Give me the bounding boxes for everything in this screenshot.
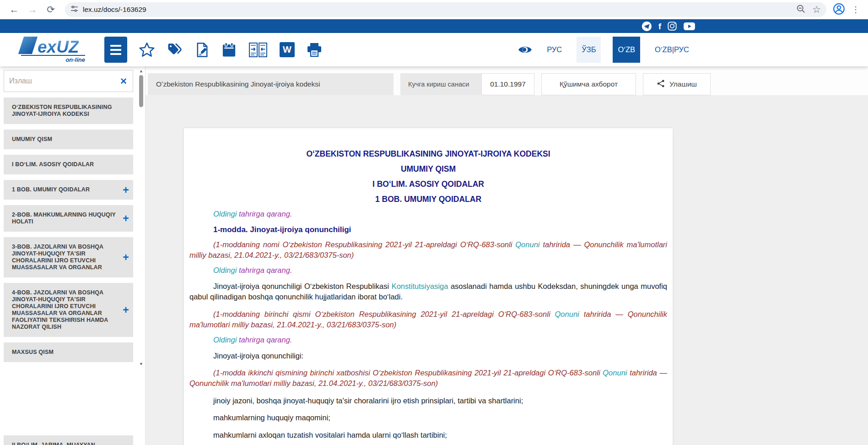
url-text[interactable]: lex.uz/docs/-163629 (83, 5, 792, 14)
text-run: mahkumlarning huquqiy maqomini; (213, 413, 330, 422)
contents-menu-button[interactable] (104, 37, 127, 63)
sidebar-item[interactable]: I BOʻLIM. ASOSIY QOIDALAR (4, 155, 133, 174)
sidebar-item[interactable]: 4-BOB. JAZOLARNI VA BOSHQA JINOYAT-HUQUQ… (4, 283, 133, 337)
sidebar-item-label: 3-BOB. JAZOLARNI VA BOSHQA JINOYAT-HUQUQ… (12, 244, 103, 271)
doc-see: Oldingi tahrirga qarang. (189, 336, 667, 344)
doc-para: mahkumlarni axloqan tuzatish vositalari … (189, 430, 667, 440)
youtube-icon[interactable] (683, 22, 695, 31)
doc-note: (1-moddaning nomi Oʻzbekiston Respublika… (189, 239, 667, 261)
expand-icon[interactable]: + (123, 307, 129, 314)
sidebar-item-label: 2-BOB. MAHKUMLARNING HUQUQIY HOLATI (12, 212, 116, 225)
site-info-icon[interactable] (70, 5, 78, 15)
bookmark-star-icon[interactable]: ☆ (812, 4, 821, 15)
doc-article: 1-modda. Jinoyat-ijroiya qonunchiligi (189, 225, 667, 234)
browser-menu-icon[interactable]: ⋮ (852, 5, 860, 15)
sidebar-item[interactable]: OʻZBEKISTON RESPUBLIKASINING JINOYAT-IJR… (4, 98, 133, 124)
edit-document-icon[interactable] (195, 42, 210, 58)
extra-info-button[interactable]: Қўшимча ахборот (541, 73, 636, 95)
logo-mark (18, 37, 38, 54)
forward-icon[interactable]: → (25, 2, 40, 17)
view-mode-eye-icon[interactable] (518, 45, 532, 54)
logo-text: exUZ (38, 40, 79, 54)
sidebar-item[interactable]: MAXSUS QISM (4, 342, 133, 362)
effective-date-label: Кучга кириш санаси (400, 73, 481, 95)
lang-rus[interactable]: РУС (544, 37, 565, 63)
doc-see: Oldingi tahrirga qarang. (189, 210, 667, 218)
tags-icon[interactable] (167, 42, 183, 58)
text-run: Oldingi (213, 336, 239, 344)
search-clear-icon[interactable]: ✕ (114, 76, 133, 87)
doc-heading: UMUMIY QISM (189, 164, 667, 174)
sidebar-search[interactable]: ✕ (4, 70, 133, 92)
scroll-down-icon[interactable]: ▼ (138, 361, 145, 367)
sidebar-item-label: II BOʻLIM. JARIMA, MUAYYAN (12, 442, 95, 445)
text-run: (1-moddaning nomi Oʻzbekiston Respublika… (213, 240, 515, 249)
doc-link[interactable]: Qonuni (555, 310, 579, 318)
calendar-icon[interactable] (221, 42, 237, 58)
sidebar-item-label: 1 BOB. UMUMIY QOIDALAR (12, 186, 90, 193)
browser-chrome: ← → ⟳ lex.uz/docs/-163629 ☆ ⋮ (0, 0, 868, 19)
document-title: Oʻzbekiston Respublikasining Jinoyat-ijr… (156, 80, 320, 88)
search-input[interactable] (4, 77, 114, 85)
scrollbar-thumb[interactable] (139, 75, 143, 107)
lexuz-logo[interactable]: exUZ on-line (21, 37, 90, 63)
doc-para: jinoiy jazoni, boshqa jinoyat-huquqiy ta… (189, 396, 667, 406)
profile-avatar-icon[interactable] (833, 3, 845, 17)
text-run: mahkumlarni axloqan tuzatish vositalari … (213, 431, 447, 439)
sidebar-item[interactable]: 3-BOB. JAZOLARNI VA BOSHQA JINOYAT-HUQUQ… (4, 237, 133, 277)
site-toolbar: exUZ on-line (0, 33, 868, 66)
text-run: UMUMIY QISM (401, 164, 456, 174)
scroll-up-icon[interactable]: ▲ (138, 68, 145, 74)
lang-uzb-latin-active[interactable]: OʻZB (613, 37, 640, 63)
instagram-icon[interactable] (667, 21, 677, 31)
telegram-icon[interactable] (641, 21, 652, 32)
text-run: (1-moddaning birinchi qismi Oʻzbekiston … (213, 310, 555, 318)
doc-note: (1-modda ikkinchi qismining birinchi xat… (189, 368, 667, 389)
sidebar-item-label: 4-BOB. JAZOLARNI VA BOSHQA JINOYAT-HUQUQ… (12, 289, 108, 330)
lang-uzb-cyrillic[interactable]: ЎЗБ (577, 37, 601, 63)
sidebar-item-label: OʻZBEKISTON RESPUBLIKASINING JINOYAT-IJR… (12, 104, 112, 117)
effective-date-value: 01.10.1997 (481, 73, 534, 95)
expand-icon[interactable]: + (123, 186, 129, 193)
share-label: Улашиш (669, 80, 697, 88)
doc-link[interactable]: Qonuni (515, 240, 539, 249)
text-run: Oldingi (213, 266, 239, 274)
extra-info-label: Қўшимча ахборот (560, 80, 618, 88)
text-run: Jinoyat-ijroiya qonunchiligi Oʻzbekiston… (213, 282, 392, 290)
main-content: Oʻzbekiston Respublikasining Jinoyat-ijr… (146, 66, 868, 445)
text-run: tahrirga qarang. (239, 336, 292, 344)
doc-link[interactable]: Qonuni (603, 369, 627, 377)
doc-heading: I BOʻLIM. ASOSIY QOIDALAR (189, 179, 667, 189)
sidebar-item[interactable]: 2-BOB. MAHKUMLARNING HUQUQIY HOLATI+ (4, 205, 133, 232)
print-icon[interactable] (306, 42, 323, 58)
back-icon[interactable]: ← (6, 2, 22, 17)
social-bar: f (0, 19, 868, 33)
sidebar-item[interactable]: II BOʻLIM. JARIMA, MUAYYAN (4, 435, 133, 445)
url-bar[interactable]: lex.uz/docs/-163629 ☆ (65, 2, 826, 17)
text-run: tahrirga qarang. (239, 210, 292, 218)
expand-icon[interactable]: + (123, 254, 129, 261)
word-export-icon[interactable]: W (280, 42, 295, 57)
sidebar-item[interactable]: UMUMIY QISM (4, 130, 133, 149)
sidebar-item[interactable]: 1 BOB. UMUMIY QOIDALAR+ (4, 180, 133, 200)
text-run: 1 BOB. UMUMIY QOIDALAR (375, 195, 481, 204)
expand-icon[interactable]: + (123, 215, 129, 222)
facebook-icon[interactable]: f (658, 22, 661, 31)
text-run: OʻZBEKISTON RESPUBLIKASINING JINOYAT-IJR… (306, 149, 550, 158)
zoom-out-icon[interactable] (796, 4, 806, 16)
document-page: OʻZBEKISTON RESPUBLIKASINING JINOYAT-IJR… (184, 128, 673, 445)
doc-para: mahkumlarning huquqiy maqomini; (189, 412, 667, 423)
lang-mixed[interactable]: OʻZB|РУС (652, 37, 692, 63)
sidebar-item-label: MAXSUS QISM (12, 349, 54, 355)
reload-icon[interactable]: ⟳ (43, 2, 59, 17)
compare-versions-icon[interactable] (248, 42, 268, 58)
sidebar-scrollbar[interactable]: ▲ ▼ (138, 68, 145, 367)
sidebar-item-label: I BOʻLIM. ASOSIY QOIDALAR (12, 161, 94, 168)
text-run: Oldingi (213, 210, 239, 218)
doc-link[interactable]: Konstitutsiyasiga (392, 282, 448, 290)
text-run: jinoiy jazoni, boshqa jinoyat-huquqiy ta… (213, 396, 523, 405)
text-run: (1-modda ikkinchi qismining birinchi xat… (213, 369, 603, 377)
doc-para: Jinoyat-ijroiya qonunchiligi Oʻzbekiston… (189, 281, 667, 303)
share-button[interactable]: Улашиш (643, 73, 711, 95)
favorite-star-icon[interactable] (139, 42, 155, 58)
